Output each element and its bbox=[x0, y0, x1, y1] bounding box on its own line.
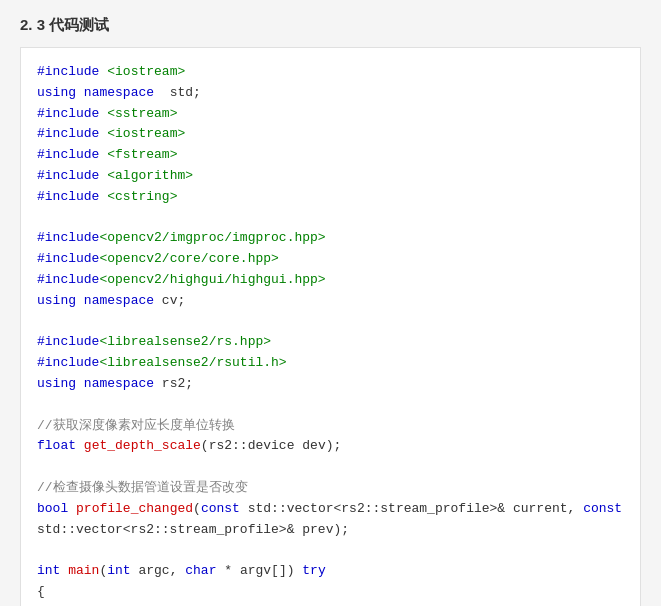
code-line: #include<opencv2/core/core.hpp> bbox=[37, 249, 624, 270]
function-name: get_depth_scale bbox=[84, 438, 201, 453]
header: <algorithm> bbox=[107, 168, 193, 183]
code-line: //获取深度像素对应长度单位转换 bbox=[37, 416, 624, 437]
empty-line bbox=[37, 540, 624, 561]
keyword: namespace bbox=[84, 293, 154, 308]
code-line: using namespace std; bbox=[37, 83, 624, 104]
keyword: #include bbox=[37, 189, 99, 204]
header: <sstream> bbox=[107, 106, 177, 121]
keyword: bool bbox=[37, 501, 68, 516]
code-line: #include<opencv2/imgproc/imgproc.hpp> bbox=[37, 228, 624, 249]
header: <cstring> bbox=[107, 189, 177, 204]
code-line: //检查摄像头数据管道设置是否改变 bbox=[37, 478, 624, 499]
code-line: using namespace rs2; bbox=[37, 374, 624, 395]
keyword: float bbox=[37, 438, 76, 453]
text: std bbox=[162, 85, 193, 100]
empty-line bbox=[37, 312, 624, 333]
function-name: profile_changed bbox=[76, 501, 193, 516]
text: rs2 bbox=[154, 376, 185, 391]
code-line: #include<librealsense2/rsutil.h> bbox=[37, 353, 624, 374]
keyword: #include bbox=[37, 147, 99, 162]
keyword: #include bbox=[37, 106, 99, 121]
code-line: { bbox=[37, 582, 624, 603]
code-line: using namespace cv; bbox=[37, 291, 624, 312]
header: <opencv2/imgproc/imgproc.hpp> bbox=[99, 230, 325, 245]
code-line: int main(int argc, char * argv[]) try bbox=[37, 561, 624, 582]
section-title: 2. 3 代码测试 bbox=[20, 16, 641, 35]
text: cv bbox=[154, 293, 177, 308]
code-line: #include <fstream> bbox=[37, 145, 624, 166]
comment: //获取深度像素对应长度单位转换 bbox=[37, 418, 235, 433]
keyword: using bbox=[37, 85, 76, 100]
empty-line bbox=[37, 457, 624, 478]
code-line: #include <algorithm> bbox=[37, 166, 624, 187]
keyword: #include bbox=[37, 126, 99, 141]
empty-line bbox=[37, 208, 624, 229]
keyword: #include bbox=[37, 168, 99, 183]
keyword: namespace bbox=[84, 85, 154, 100]
header: <librealsense2/rs.hpp> bbox=[99, 334, 271, 349]
code-block: #include <iostream> using namespace std;… bbox=[20, 47, 641, 606]
header: <iostream> bbox=[107, 64, 185, 79]
empty-line bbox=[37, 395, 624, 416]
comment: //检查摄像头数据管道设置是否改变 bbox=[37, 480, 248, 495]
page-container: 2. 3 代码测试 #include <iostream> using name… bbox=[0, 0, 661, 606]
header: <fstream> bbox=[107, 147, 177, 162]
header: <opencv2/core/core.hpp> bbox=[99, 251, 278, 266]
code-line: #include <iostream> bbox=[37, 124, 624, 145]
keyword: #include bbox=[37, 64, 99, 79]
header: <librealsense2/rsutil.h> bbox=[99, 355, 286, 370]
keyword: #include bbox=[37, 272, 99, 287]
keyword: #include bbox=[37, 251, 99, 266]
function-name: main bbox=[68, 563, 99, 578]
keyword: namespace bbox=[84, 376, 154, 391]
keyword: using bbox=[37, 376, 76, 391]
header: <iostream> bbox=[107, 126, 185, 141]
code-line: bool profile_changed(const std::vector<r… bbox=[37, 499, 624, 520]
code-line: std::vector<rs2::stream_profile>& prev); bbox=[37, 520, 624, 541]
keyword: #include bbox=[37, 355, 99, 370]
keyword: #include bbox=[37, 230, 99, 245]
code-line: float get_depth_scale(rs2::device dev); bbox=[37, 436, 624, 457]
code-line: #include <sstream> bbox=[37, 104, 624, 125]
header: <opencv2/highgui/highgui.hpp> bbox=[99, 272, 325, 287]
code-line: #include<opencv2/highgui/highgui.hpp> bbox=[37, 270, 624, 291]
code-line: #include<librealsense2/rs.hpp> bbox=[37, 332, 624, 353]
code-line: #include <cstring> bbox=[37, 187, 624, 208]
keyword: int bbox=[37, 563, 60, 578]
keyword: #include bbox=[37, 334, 99, 349]
keyword: using bbox=[37, 293, 76, 308]
code-line: #include <iostream> bbox=[37, 62, 624, 83]
